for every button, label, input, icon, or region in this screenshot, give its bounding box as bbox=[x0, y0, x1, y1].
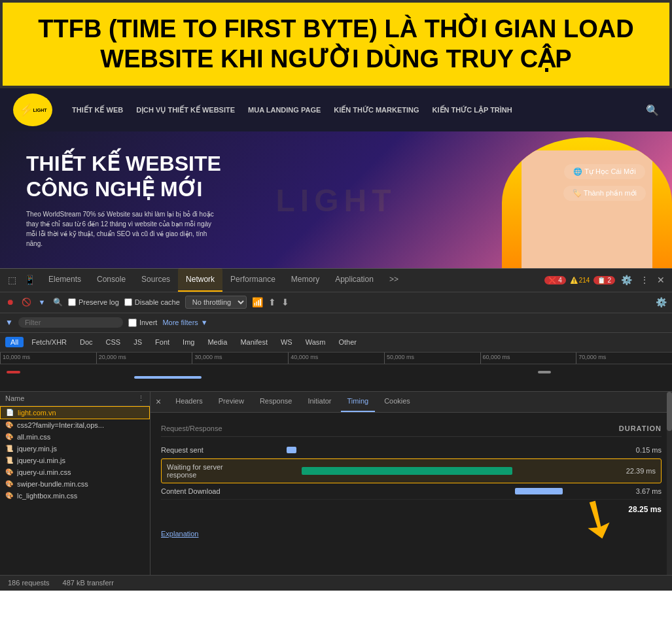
type-filter-media[interactable]: Media bbox=[202, 337, 232, 347]
waterfall-area bbox=[0, 364, 672, 392]
detail-tab-initiator[interactable]: Initiator bbox=[301, 392, 338, 413]
explanation-link[interactable]: Explanation bbox=[150, 527, 672, 540]
file-item-5[interactable]: 🎨 jquery-ui.min.css bbox=[0, 466, 150, 478]
nav-link-5[interactable]: KIẾN THỨC LẬP TRÌNH bbox=[433, 106, 512, 114]
type-filter-all[interactable]: All bbox=[5, 337, 24, 347]
ruler-mark-3: 30,000 ms bbox=[192, 353, 288, 364]
detail-tab-preview[interactable]: Preview bbox=[212, 392, 251, 413]
filter-icon[interactable]: ▼ bbox=[37, 297, 47, 307]
warning-badge: ⚠️ 214 bbox=[570, 277, 590, 284]
timing-content: Request/Response DURATION Request sent 0… bbox=[150, 413, 672, 527]
devtools-main: Name ⋮ 📄 light.com.vn 🎨 css2?family=Inte… bbox=[0, 392, 672, 575]
scrollbar-thumb[interactable] bbox=[667, 392, 672, 431]
type-filter-img[interactable]: Img bbox=[177, 337, 200, 347]
detail-close-button[interactable]: × bbox=[156, 396, 161, 407]
scrollbar-track[interactable] bbox=[667, 392, 672, 575]
file-item-7[interactable]: 🎨 lc_lightbox.min.css bbox=[0, 490, 150, 502]
detail-tab-bar: × Headers Preview Response Initiator Tim… bbox=[150, 392, 672, 413]
more-filters-button[interactable]: More filters ▼ bbox=[162, 319, 207, 326]
ruler-mark-7: 70,000 ms bbox=[576, 353, 672, 364]
website-preview: ⚡LIGHT THIẾT KẾ WEB DỊCH VỤ THIẾT KẾ WEB… bbox=[0, 88, 672, 268]
settings-icon[interactable]: ⚙️ bbox=[619, 275, 634, 285]
type-filter-manifest[interactable]: Manifest bbox=[235, 337, 273, 347]
nav-search-icon[interactable]: 🔍 bbox=[646, 104, 659, 116]
detail-tab-response[interactable]: Response bbox=[253, 392, 299, 413]
settings-network-icon[interactable]: ⚙️ bbox=[656, 297, 667, 307]
tab-console[interactable]: Console bbox=[89, 268, 133, 292]
timing-bar-area-2 bbox=[287, 487, 608, 495]
waterfall-bar-3 bbox=[538, 371, 552, 373]
hero-left: THIẾT KẾ WEBSITE CÔNG NGHỆ MỚI Theo Worl… bbox=[26, 151, 563, 249]
preserve-log-checkbox[interactable]: Preserve log bbox=[68, 298, 119, 306]
type-filter-font[interactable]: Font bbox=[150, 337, 175, 347]
close-devtools-icon[interactable]: ✕ bbox=[655, 275, 667, 285]
resize-handle[interactable]: ⋮ bbox=[137, 394, 145, 403]
type-filter-wasm[interactable]: Wasm bbox=[300, 337, 331, 347]
file-list-panel: Name ⋮ 📄 light.com.vn 🎨 css2?family=Inte… bbox=[0, 392, 150, 575]
detail-tab-timing[interactable]: Timing bbox=[341, 392, 376, 413]
clear-button[interactable]: 🚫 bbox=[21, 297, 31, 307]
transfer-size: 487 kB transferr bbox=[63, 579, 114, 587]
devtools-tabs-right: ❌ 4 ⚠️ 214 📋 2 ⚙️ ⋮ ✕ bbox=[544, 275, 667, 285]
throttling-select[interactable]: No throttling bbox=[185, 296, 247, 309]
nav-link-3[interactable]: MUA LANDING PAGE bbox=[248, 106, 321, 114]
detail-tab-headers[interactable]: Headers bbox=[169, 392, 209, 413]
record-button[interactable]: ⏺ bbox=[5, 297, 16, 307]
file-item-3[interactable]: 📜 jquery.min.js bbox=[0, 443, 150, 455]
hero-title: THIẾT KẾ WEBSITE CÔNG NGHỆ MỚI bbox=[26, 151, 563, 201]
file-item-1[interactable]: 🎨 css2?family=Inter:ital,ops... bbox=[0, 419, 150, 431]
error-badge: ❌ 4 bbox=[544, 276, 566, 285]
detail-tab-cookies[interactable]: Cookies bbox=[378, 392, 417, 413]
timeline-area: 10,000 ms 20,000 ms 30,000 ms 40,000 ms … bbox=[0, 353, 672, 392]
ruler-mark-1: 10,000 ms bbox=[0, 353, 96, 364]
chevron-down-icon: ▼ bbox=[201, 319, 208, 326]
waterfall-bar-1 bbox=[7, 371, 20, 373]
disable-cache-checkbox[interactable]: Disable cache bbox=[124, 298, 180, 306]
file-icon-js2: 📜 bbox=[5, 457, 13, 464]
nav-link-1[interactable]: THIẾT KẾ WEB bbox=[72, 106, 123, 114]
file-item-2[interactable]: 🎨 all.min.css bbox=[0, 431, 150, 443]
type-filter-css[interactable]: CSS bbox=[101, 337, 126, 347]
timing-section-header: Request/Response DURATION bbox=[161, 421, 662, 437]
tab-more[interactable]: >> bbox=[381, 268, 406, 292]
filter-input-wrap bbox=[18, 317, 123, 328]
filter-input[interactable] bbox=[25, 319, 116, 326]
device-icon[interactable]: 📱 bbox=[22, 275, 38, 285]
download-icon[interactable]: ⬇ bbox=[281, 297, 289, 307]
timing-total: 28.25 ms bbox=[161, 500, 662, 519]
ruler-mark-6: 60,000 ms bbox=[480, 353, 576, 364]
type-filter-bar: All Fetch/XHR Doc CSS JS Font Img Media … bbox=[0, 333, 672, 353]
upload-icon[interactable]: ⬆ bbox=[268, 297, 276, 307]
tab-application[interactable]: Application bbox=[327, 268, 381, 292]
website-nav: ⚡LIGHT THIẾT KẾ WEB DỊCH VỤ THIẾT KẾ WEB… bbox=[0, 88, 672, 131]
timing-row-request-sent: Request sent 0.15 ms bbox=[161, 442, 662, 458]
tab-memory[interactable]: Memory bbox=[283, 268, 327, 292]
file-item-0[interactable]: 📄 light.com.vn bbox=[0, 406, 150, 419]
type-filter-doc[interactable]: Doc bbox=[75, 337, 98, 347]
file-icon-css2: 🎨 bbox=[5, 433, 13, 440]
more-options-icon[interactable]: ⋮ bbox=[638, 275, 651, 285]
type-filter-fetch[interactable]: Fetch/XHR bbox=[26, 337, 72, 347]
tab-elements[interactable]: Elements bbox=[41, 268, 89, 292]
title-banner: TTFB (TIME TO FIRST BYTE) LÀ THỜI GIAN L… bbox=[0, 0, 672, 88]
wifi-icon[interactable]: 📶 bbox=[252, 297, 263, 307]
ruler-mark-4: 40,000 ms bbox=[288, 353, 384, 364]
info-badge: 📋 2 bbox=[593, 276, 615, 285]
tab-network[interactable]: Network bbox=[178, 268, 222, 292]
timing-row-waiting: Waiting for serverresponse 22.39 ms bbox=[161, 458, 662, 483]
file-item-4[interactable]: 📜 jquery-ui.min.js bbox=[0, 455, 150, 466]
file-item-6[interactable]: 🎨 swiper-bundle.min.css bbox=[0, 478, 150, 490]
banner-title: TTFB (TIME TO FIRST BYTE) LÀ THỜI GIAN L… bbox=[22, 14, 650, 74]
type-filter-ws[interactable]: WS bbox=[275, 337, 298, 347]
timing-row-content-download: Content Download 3.67 ms bbox=[161, 483, 662, 500]
inspector-icon[interactable]: ⬚ bbox=[5, 275, 19, 285]
nav-link-2[interactable]: DỊCH VỤ THIẾT KẾ WEBSITE bbox=[136, 106, 235, 114]
search-icon[interactable]: 🔍 bbox=[52, 297, 63, 307]
type-filter-js[interactable]: JS bbox=[128, 337, 147, 347]
nav-link-4[interactable]: KIẾN THỨC MARKETING bbox=[334, 106, 419, 114]
invert-checkbox[interactable]: Invert bbox=[128, 319, 158, 327]
hero-badge-1: 🌐 Tự Học Cái Mới bbox=[564, 164, 645, 179]
type-filter-other[interactable]: Other bbox=[333, 337, 362, 347]
tab-performance[interactable]: Performance bbox=[222, 268, 283, 292]
tab-sources[interactable]: Sources bbox=[133, 268, 178, 292]
